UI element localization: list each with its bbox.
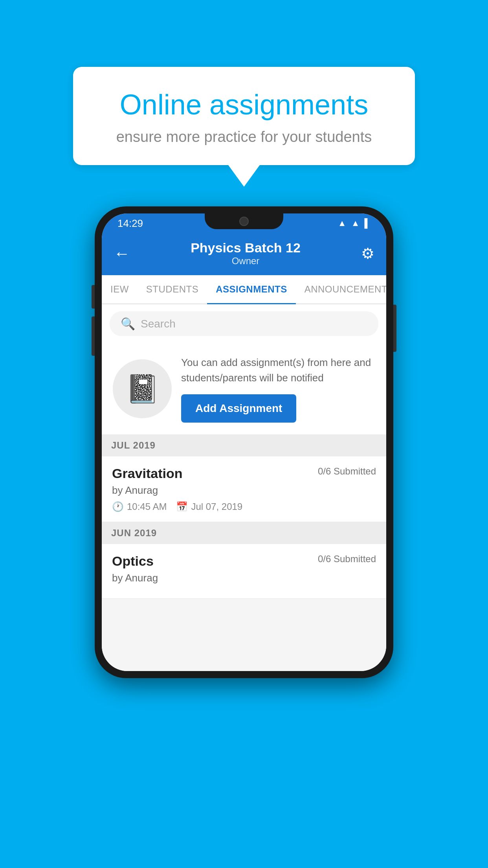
- section-jun-2019: JUN 2019: [102, 522, 386, 544]
- speech-bubble: Online assignments ensure more practice …: [73, 67, 415, 165]
- search-icon: 🔍: [121, 317, 135, 331]
- assignment-top-row-optics: Optics 0/6 Submitted: [112, 554, 376, 569]
- tab-students[interactable]: STUDENTS: [138, 275, 207, 303]
- assignment-author-gravitation: by Anurag: [112, 484, 376, 497]
- meta-date-gravitation: 📅 Jul 07, 2019: [176, 501, 242, 512]
- battery-icon: ▌: [364, 218, 371, 228]
- promo-icon-circle: 📓: [113, 359, 172, 418]
- assignment-name-optics: Optics: [112, 554, 154, 569]
- volume-down-button: [92, 316, 95, 356]
- promo-description: You can add assignment(s) from here and …: [181, 355, 375, 386]
- phone-body: 14:29 ▲ ▲ ▌ ← Physics Batch 12 Owner ⚙ I…: [95, 206, 393, 678]
- assignment-submitted-gravitation: 0/6 Submitted: [318, 466, 376, 477]
- search-input-wrapper[interactable]: 🔍 Search: [110, 311, 378, 336]
- assignment-name-gravitation: Gravitation: [112, 466, 182, 481]
- speech-bubble-container: Online assignments ensure more practice …: [73, 67, 415, 187]
- assignment-top-row: Gravitation 0/6 Submitted: [112, 466, 376, 481]
- phone-frame: 14:29 ▲ ▲ ▌ ← Physics Batch 12 Owner ⚙ I…: [95, 206, 393, 678]
- tabs-bar: IEW STUDENTS ASSIGNMENTS ANNOUNCEMENTS: [102, 275, 386, 304]
- section-jul-2019: JUL 2019: [102, 434, 386, 456]
- search-placeholder: Search: [141, 318, 176, 330]
- promo-text-area: You can add assignment(s) from here and …: [181, 355, 375, 423]
- assignment-time-gravitation: 10:45 AM: [127, 501, 167, 512]
- bubble-subtitle: ensure more practice for your students: [97, 129, 391, 145]
- notebook-icon: 📓: [125, 373, 160, 405]
- meta-time-gravitation: 🕐 10:45 AM: [112, 501, 167, 512]
- wifi-icon: ▲: [338, 218, 347, 228]
- assignment-author-optics: by Anurag: [112, 572, 376, 584]
- phone-notch: [205, 213, 283, 229]
- phone-screen: 14:29 ▲ ▲ ▌ ← Physics Batch 12 Owner ⚙ I…: [102, 213, 386, 671]
- back-button[interactable]: ←: [114, 244, 130, 263]
- tab-announcements[interactable]: ANNOUNCEMENTS: [296, 275, 386, 303]
- add-assignment-button[interactable]: Add Assignment: [181, 394, 296, 423]
- assignment-meta-gravitation: 🕐 10:45 AM 📅 Jul 07, 2019: [112, 501, 376, 512]
- owner-label: Owner: [191, 256, 301, 267]
- assignment-date-gravitation: Jul 07, 2019: [191, 501, 242, 512]
- status-time: 14:29: [117, 217, 143, 230]
- front-camera: [239, 217, 249, 226]
- status-icons: ▲ ▲ ▌: [338, 218, 371, 228]
- settings-button[interactable]: ⚙: [361, 245, 374, 262]
- search-container: 🔍 Search: [102, 304, 386, 343]
- signal-icon: ▲: [351, 218, 360, 228]
- header-center: Physics Batch 12 Owner: [191, 240, 301, 267]
- tab-assignments[interactable]: ASSIGNMENTS: [207, 275, 296, 303]
- bubble-tail: [228, 165, 260, 187]
- power-button: [393, 305, 396, 352]
- batch-name: Physics Batch 12: [191, 240, 301, 256]
- clock-icon: 🕐: [112, 501, 124, 512]
- assignment-optics[interactable]: Optics 0/6 Submitted by Anurag: [102, 544, 386, 599]
- assignment-submitted-optics: 0/6 Submitted: [318, 554, 376, 565]
- bubble-title: Online assignments: [97, 88, 391, 121]
- assignment-gravitation[interactable]: Gravitation 0/6 Submitted by Anurag 🕐 10…: [102, 456, 386, 522]
- tab-iew[interactable]: IEW: [102, 275, 138, 303]
- volume-up-button: [92, 285, 95, 309]
- promo-card: 📓 You can add assignment(s) from here an…: [102, 343, 386, 434]
- app-header: ← Physics Batch 12 Owner ⚙: [102, 233, 386, 275]
- content-area: 🔍 Search 📓 You can add assignment(s) fro…: [102, 304, 386, 671]
- calendar-icon: 📅: [176, 501, 188, 512]
